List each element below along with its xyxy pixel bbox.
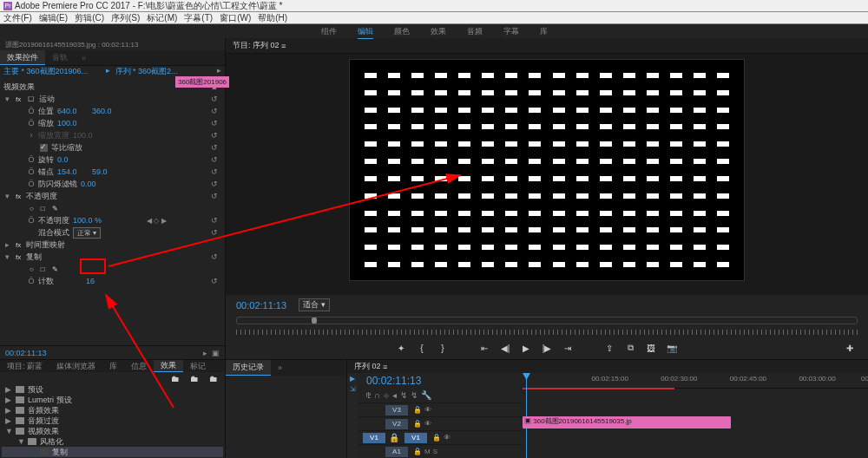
rect-mask-icon[interactable]: □ [39, 265, 47, 273]
selection-tool-icon[interactable]: ▶ [348, 375, 357, 383]
prop-blend-mode[interactable]: 混合模式 正常 ▾ ↺ [3, 226, 221, 239]
menu-clip[interactable]: 剪辑(C) [75, 12, 104, 24]
menu-sequence[interactable]: 序列(S) [111, 12, 140, 24]
prop-opacity-value[interactable]: Ö不透明度 100.0 % ◀ ◇ ▶ ↺ [3, 214, 221, 226]
reset-icon[interactable]: ↺ [209, 167, 220, 176]
preset-icon[interactable]: 🖿 [187, 372, 202, 384]
effects-tree[interactable]: ▶预设▶Lumetri 预设▶音频效果▶音频过渡▼视频效果▼风格化复制▶视频过渡 [0, 384, 225, 458]
timeline-timecode[interactable]: 00:02:11:13 [358, 373, 523, 389]
settings-icon[interactable]: ✚ [842, 342, 858, 354]
tab-info[interactable]: 信息 [124, 360, 154, 372]
fx-opacity[interactable]: ▾fx 不透明度 ↺ [3, 190, 221, 202]
reset-icon[interactable]: ↺ [209, 192, 220, 200]
tab-markers[interactable]: 标记 [183, 360, 213, 372]
reset-icon[interactable]: ↺ [209, 180, 220, 188]
go-to-in-icon[interactable]: ⇤ [477, 342, 492, 354]
prop-uniform-scale[interactable]: 等比缩放 ↺ [3, 141, 221, 154]
program-zoom-dropdown[interactable]: 适合 ▾ [299, 298, 330, 311]
rect-mask-icon[interactable]: □ [39, 205, 47, 213]
fx-motion[interactable]: ▾fx☐ 运动 ↺ [3, 93, 221, 105]
reset-icon[interactable]: ↺ [209, 228, 220, 237]
tab-media-browser[interactable]: 媒体浏览器 [49, 360, 102, 372]
tab-library[interactable]: 库 [102, 360, 124, 372]
ellipse-mask-icon[interactable]: ○ [28, 205, 36, 213]
timeline-ruler[interactable]: 00:02:15:00 00:02:30:00 00:02:45:00 00:0… [523, 373, 868, 389]
reset-icon[interactable]: ↺ [209, 119, 220, 128]
ellipse-mask-icon[interactable]: ○ [28, 265, 36, 273]
preset-icon[interactable]: 🖿 [168, 372, 183, 384]
reset-icon[interactable]: ↺ [209, 216, 220, 225]
tree-item[interactable]: ▶预设 [2, 384, 223, 395]
prop-replicate-count[interactable]: Ö计数 16 ↺ [3, 275, 221, 287]
track-v3[interactable]: V3 🔒👁 [358, 402, 523, 416]
reset-icon[interactable]: ↺ [209, 155, 220, 164]
replicate-masks[interactable]: ○ □ ✎ [3, 263, 221, 275]
prop-anchor[interactable]: Ö锚点 154.0 59.0 ↺ [3, 166, 221, 178]
pen-mask-icon[interactable]: ✎ [50, 205, 60, 213]
menubar[interactable]: 文件(F) 编辑(E) 剪辑(C) 序列(S) 标记(M) 字幕(T) 窗口(W… [0, 12, 868, 24]
fx-replicate[interactable]: ▾fx 复制 ↺ [3, 251, 221, 263]
reset-icon[interactable]: ↺ [209, 252, 220, 261]
mark-in-icon[interactable]: { [414, 342, 430, 354]
tab-more[interactable]: » [271, 360, 289, 376]
tree-item[interactable]: ▼视频效果 [2, 426, 223, 436]
track-v1[interactable]: V1 🔒 V1 🔒👁 [358, 430, 523, 444]
workspace-titles[interactable]: 字幕 [503, 26, 519, 37]
menu-window[interactable]: 窗口(W) [220, 12, 251, 24]
menu-help[interactable]: 帮助(H) [258, 12, 287, 24]
export-frame-icon[interactable]: 🖼 [643, 342, 659, 354]
fx-time-remap[interactable]: ▸fx 时间重映射 [3, 239, 221, 251]
tab-more[interactable]: » [75, 50, 93, 65]
menu-marker[interactable]: 标记(M) [147, 12, 177, 24]
prop-scale[interactable]: Ö缩放 100.0 ↺ [3, 117, 221, 129]
replicate-count-value[interactable]: 16 [75, 277, 106, 285]
extract-icon[interactable]: ⧉ [622, 342, 638, 354]
menu-title[interactable]: 字幕(T) [184, 12, 213, 24]
track-v2[interactable]: V2 🔒👁 [358, 416, 523, 430]
go-to-out-icon[interactable]: ⇥ [560, 342, 575, 354]
pen-mask-icon[interactable]: ✎ [50, 265, 60, 273]
opacity-masks[interactable]: ○ □ ✎ [3, 202, 221, 214]
checkbox-uniform-scale[interactable] [40, 144, 48, 152]
reset-icon[interactable]: ↺ [209, 107, 220, 115]
blend-mode-dropdown[interactable]: 正常 ▾ [73, 227, 101, 239]
step-back-icon[interactable]: ◀| [497, 342, 513, 354]
timeline-clip[interactable]: ▣ 360截图20190616145519035.jp [523, 416, 731, 429]
tree-item[interactable]: ▶Lumetri 预设 [2, 395, 223, 405]
program-scrollbar[interactable] [236, 317, 858, 324]
reset-icon[interactable]: ↺ [209, 131, 220, 140]
tree-item[interactable]: ▶音频效果 [2, 405, 223, 415]
preset-icon[interactable]: 🖿 [206, 372, 221, 384]
playhead[interactable] [526, 373, 527, 458]
play-icon[interactable]: ▶ [518, 342, 534, 354]
reset-icon[interactable]: ↺ [209, 277, 220, 285]
tab-history[interactable]: 历史记录 [226, 360, 271, 376]
mark-out-icon[interactable]: } [435, 342, 450, 354]
camera-icon[interactable]: 📷 [664, 342, 680, 354]
tab-effects-browser[interactable]: 效果 [154, 360, 183, 372]
prop-flicker[interactable]: Ö防闪烁滤镜 0.00 ↺ [3, 178, 221, 190]
workspace-editing[interactable]: 编辑 [358, 26, 373, 37]
program-ruler[interactable] [236, 330, 858, 335]
program-tab[interactable]: 节目: 序列 02 ≡ [226, 38, 868, 54]
prop-position[interactable]: Ö位置 640.0 360.0 ↺ [3, 105, 221, 117]
program-timecode[interactable]: 00:02:11:13 [236, 300, 286, 311]
track-a1[interactable]: A1 🔒MS [358, 444, 523, 458]
reset-icon[interactable]: ↺ [209, 95, 220, 103]
menu-file[interactable]: 文件(F) [3, 12, 32, 24]
tree-item[interactable]: ▼风格化 [2, 436, 223, 447]
reset-icon[interactable]: ↺ [209, 143, 220, 152]
timeline-tools[interactable]: ▶ ⇲ [347, 373, 358, 458]
tool-icon[interactable]: ⇲ [348, 385, 357, 394]
workspace-audio[interactable]: 音频 [467, 26, 483, 37]
workspace-library[interactable]: 库 [540, 26, 548, 37]
tab-project[interactable]: 项目: 蔚蓝 [0, 360, 49, 372]
timeline-track-area[interactable]: 00:02:15:00 00:02:30:00 00:02:45:00 00:0… [523, 373, 868, 458]
timeline-tab[interactable]: 序列 02 ≡ [347, 360, 868, 373]
step-forward-icon[interactable]: |▶ [539, 342, 555, 354]
add-marker-icon[interactable]: ✦ [393, 342, 409, 354]
workspace-color[interactable]: 颜色 [394, 26, 410, 37]
menu-edit[interactable]: 编辑(E) [39, 12, 68, 24]
tree-item[interactable]: 复制 [2, 447, 223, 457]
lift-icon[interactable]: ⇪ [602, 342, 617, 354]
